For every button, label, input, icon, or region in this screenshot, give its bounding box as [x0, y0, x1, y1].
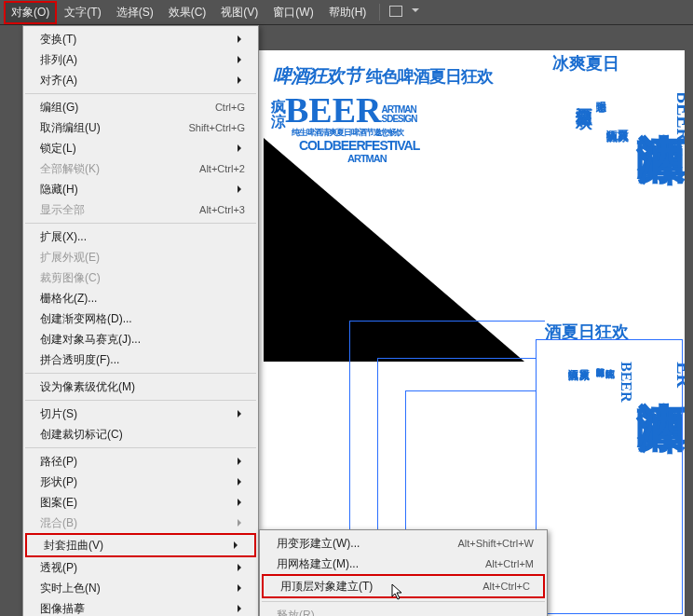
mi-make-with-warp[interactable]: 用变形建立(W)...Alt+Shift+Ctrl+W: [260, 533, 547, 554]
submenu-arrow-icon: [238, 458, 245, 465]
mi-arrange[interactable]: 排列(A): [23, 49, 258, 70]
mi-crop-image: 裁剪图像(C): [23, 267, 258, 288]
mi-pixel-perfect[interactable]: 设为像素级优化(M): [23, 376, 258, 397]
mi-expand[interactable]: 扩展(X)...: [23, 226, 258, 247]
object-menu-dropdown: 变换(T) 排列(A) 对齐(A) 编组(G)Ctrl+G 取消编组(U)Shi…: [22, 25, 259, 616]
submenu-arrow-icon: [238, 144, 245, 152]
submenu-arrow-icon: [238, 35, 245, 43]
mi-expand-appearance: 扩展外观(E): [23, 247, 258, 267]
highlight-envelope: 封套扭曲(V): [25, 533, 256, 557]
mi-release: 释放(R): [260, 605, 547, 616]
mi-object-mosaic[interactable]: 创建对象马赛克(J)...: [23, 329, 258, 349]
mi-group[interactable]: 编组(G)Ctrl+G: [23, 97, 258, 117]
mi-crop-marks[interactable]: 创建裁切标记(C): [23, 424, 258, 445]
menubar-separator: [379, 4, 380, 21]
poster-line1: 啤酒狂欢节 纯色啤酒夏日狂欢: [273, 63, 493, 89]
mi-shape[interactable]: 形状(P): [23, 472, 258, 492]
selection-box: [536, 339, 683, 614]
submenu-arrow-icon: [238, 605, 245, 612]
vtext-title: 酒夏日狂欢: [573, 93, 595, 103]
submenu-arrow-icon: [238, 410, 245, 418]
menu-separator: [25, 223, 256, 224]
mi-align[interactable]: 对齐(A): [23, 70, 258, 90]
submenu-arrow-icon: [238, 584, 245, 592]
menu-effect[interactable]: 效果(C): [161, 1, 214, 24]
arrange-documents-icon[interactable]: [389, 6, 408, 19]
arrange-dropdown-icon[interactable]: [412, 8, 419, 16]
submenu-arrow-icon: [238, 185, 245, 193]
mi-perspective[interactable]: 透视(P): [23, 557, 258, 578]
menu-select[interactable]: 选择(S): [109, 1, 161, 24]
mi-hide[interactable]: 隐藏(H): [23, 179, 258, 199]
mi-transform[interactable]: 变换(T): [23, 29, 258, 49]
menu-separator: [25, 447, 256, 448]
mi-show-all: 显示全部Alt+Ctrl+3: [23, 199, 258, 220]
mi-make-with-mesh[interactable]: 用网格建立(M)...Alt+Ctrl+M: [260, 554, 547, 574]
poster-top-strip: 冰爽夏日: [552, 52, 619, 75]
poster-art: 啤酒狂欢节 纯色啤酒夏日狂欢 疯涼BEERARTMANSDESIGN 纯生啤酒清…: [264, 63, 543, 362]
submenu-arrow-icon: [238, 76, 245, 84]
mi-flatten[interactable]: 拼合透明度(F)...: [23, 349, 258, 370]
mi-unlock-all: 全部解锁(K)Alt+Ctrl+2: [23, 158, 258, 179]
menu-object[interactable]: 对象(O): [4, 1, 57, 24]
mi-gradient-mesh[interactable]: 创建渐变网格(D)...: [23, 308, 258, 329]
submenu-arrow-icon: [238, 519, 245, 527]
mi-live-paint[interactable]: 实时上色(N): [23, 578, 258, 598]
menu-help[interactable]: 帮助(H): [321, 1, 374, 24]
envelope-submenu: 用变形建立(W)...Alt+Shift+Ctrl+W 用网格建立(M)...A…: [259, 529, 548, 616]
poster-line2: 疯涼BEERARTMANSDESIGN: [271, 89, 417, 130]
menu-text[interactable]: 文字(T): [57, 1, 108, 24]
menu-separator: [262, 601, 545, 602]
mi-path[interactable]: 路径(P): [23, 451, 258, 472]
mi-blend: 混合(B): [23, 513, 258, 533]
menu-separator: [25, 373, 256, 374]
mi-pattern[interactable]: 图案(E): [23, 492, 258, 513]
vtext-crazy: CRAZYBEER: [673, 93, 685, 142]
mi-envelope-distort[interactable]: 封套扭曲(V): [27, 535, 254, 555]
submenu-arrow-icon: [238, 478, 245, 486]
mouse-cursor-icon: [391, 583, 404, 600]
submenu-arrow-icon: [238, 499, 245, 506]
menu-separator: [25, 400, 256, 401]
mi-rasterize[interactable]: 栅格化(Z)...: [23, 288, 258, 308]
mi-lock[interactable]: 锁定(L): [23, 138, 258, 158]
submenu-arrow-icon: [238, 56, 245, 63]
submenu-arrow-icon: [234, 541, 241, 549]
menu-window[interactable]: 窗口(W): [265, 1, 320, 24]
menu-view[interactable]: 视图(V): [213, 1, 265, 24]
submenu-arrow-icon: [238, 564, 245, 571]
mi-slice[interactable]: 切片(S): [23, 404, 258, 424]
mi-ungroup[interactable]: 取消编组(U)Shift+Ctrl+G: [23, 117, 258, 138]
menu-separator: [25, 93, 256, 94]
mi-image-trace[interactable]: 图像描摹: [23, 598, 258, 616]
